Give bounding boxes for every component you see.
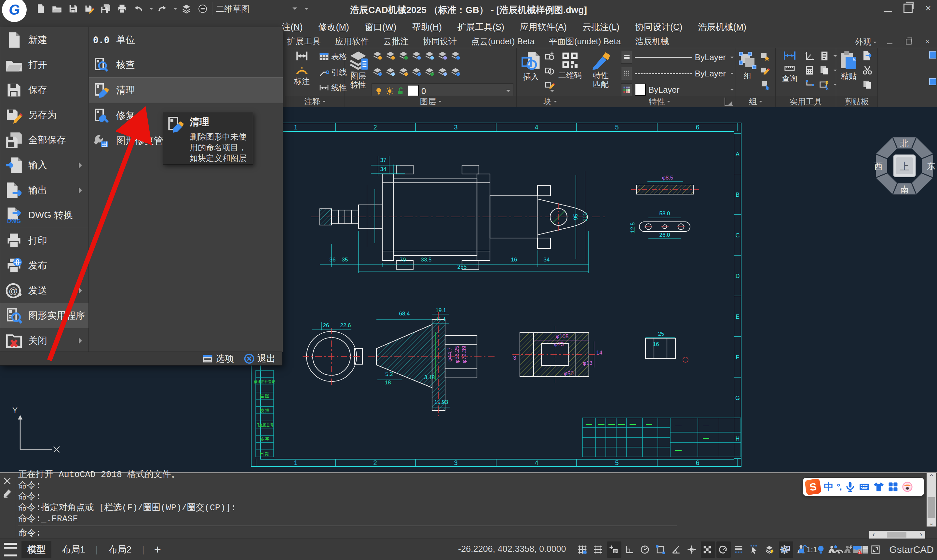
panel-caption-layers[interactable]: 图层 bbox=[345, 95, 516, 107]
linetype-select[interactable]: ByLayer bbox=[621, 66, 734, 81]
ribbon-tab--[interactable]: 扩展工具 bbox=[280, 36, 328, 47]
group-select-button[interactable] bbox=[760, 77, 771, 92]
match-properties-button[interactable]: 特性 匹配 bbox=[585, 49, 616, 88]
layer-tool-icon[interactable] bbox=[398, 66, 409, 80]
menu-5[interactable]: 扩展工具(S) bbox=[450, 21, 512, 33]
new-layout-button[interactable]: + bbox=[149, 543, 166, 557]
menu-2[interactable]: 修改(M) bbox=[311, 21, 357, 33]
status-toggle-grid-display[interactable] bbox=[592, 542, 606, 558]
pin-icon[interactable] bbox=[929, 78, 936, 85]
scrollbar-thumb[interactable] bbox=[928, 497, 935, 518]
submenu-item-audit[interactable]: 核查 bbox=[89, 52, 283, 77]
file-menu-item-import[interactable]: 输入 bbox=[0, 152, 88, 178]
menu-9[interactable]: 浩辰机械(M) bbox=[690, 21, 755, 33]
copy-button[interactable] bbox=[862, 77, 872, 92]
layer-tool-icon[interactable] bbox=[371, 49, 383, 64]
skin-icon[interactable] bbox=[873, 481, 884, 492]
vertical-scrollbar[interactable]: ⌃ ⌄ bbox=[926, 473, 936, 526]
menu-7[interactable]: 云批注(L) bbox=[575, 21, 627, 33]
file-menu-item-close[interactable]: 关闭 bbox=[0, 328, 88, 353]
axes-button[interactable] bbox=[804, 49, 815, 63]
ribbon-tab--[interactable]: 浩辰机械 bbox=[628, 36, 676, 47]
file-menu-item-new[interactable]: 新建 bbox=[0, 27, 88, 52]
file-menu-item-export[interactable]: 输出 bbox=[0, 178, 88, 203]
qat-redo-dropdown[interactable] bbox=[174, 8, 177, 11]
calculator-button[interactable] bbox=[804, 63, 815, 77]
options-button[interactable]: 选项 bbox=[202, 352, 234, 365]
panel-caption-group[interactable]: 组 bbox=[736, 95, 775, 107]
tab-model[interactable]: 模型 bbox=[22, 541, 51, 558]
qat-undo-dropdown[interactable] bbox=[149, 8, 153, 11]
panel-caption-block[interactable]: 块 bbox=[517, 95, 583, 107]
status-toggle-selection-cycling[interactable] bbox=[747, 542, 762, 558]
panel-caption-annotate[interactable]: 注释 bbox=[285, 95, 345, 107]
copy-nested-button[interactable] bbox=[819, 63, 837, 77]
layer-tool-icon[interactable] bbox=[450, 66, 461, 80]
status-toggle-object-snap[interactable] bbox=[654, 542, 668, 558]
ribbon-tab--[interactable]: 云批注 bbox=[376, 36, 416, 47]
panel-caption-utilities[interactable]: 实用工具 bbox=[776, 95, 836, 107]
submenu-item-purge[interactable]: 清理 bbox=[89, 77, 283, 103]
close-command-icon[interactable] bbox=[3, 477, 12, 486]
layer-properties-button[interactable]: 图层 特性 bbox=[345, 49, 371, 89]
quick-select-button[interactable] bbox=[819, 77, 837, 92]
qat-print-button[interactable] bbox=[115, 2, 129, 15]
ime-punctuation-toggle[interactable]: °, bbox=[837, 482, 841, 492]
workspace-select[interactable]: 二维草图 bbox=[212, 2, 300, 15]
status-toggle-dynamic-input[interactable] bbox=[607, 542, 621, 558]
group-edit-button[interactable] bbox=[760, 63, 771, 77]
layer-tool-icon[interactable] bbox=[385, 49, 396, 64]
mascot-icon[interactable] bbox=[902, 481, 913, 492]
appearance-menu[interactable]: 外观 bbox=[855, 37, 877, 47]
status-settings-button[interactable] bbox=[778, 542, 791, 558]
layer-tool-icon[interactable] bbox=[371, 66, 383, 80]
status-unlock-ui-button[interactable] bbox=[796, 542, 809, 558]
ribbon-tab--undet-Beta[interactable]: 平面图(undet) Beta bbox=[542, 36, 628, 47]
qat-open-button[interactable] bbox=[50, 2, 64, 15]
qat-undo-button[interactable] bbox=[131, 2, 145, 15]
list-button[interactable] bbox=[819, 49, 837, 63]
layer-tool-icon[interactable] bbox=[398, 49, 409, 64]
pin-icon[interactable] bbox=[929, 51, 936, 58]
status-toggle-snap-mode[interactable] bbox=[576, 542, 590, 558]
qat-save-button[interactable] bbox=[66, 2, 80, 15]
exit-button[interactable]: 退出 bbox=[243, 352, 276, 365]
doc-close-button[interactable]: × bbox=[924, 38, 931, 45]
tab-layout2[interactable]: 布局2 bbox=[102, 541, 138, 558]
layer-tool-icon[interactable] bbox=[411, 66, 422, 80]
status-hardware-light-button[interactable] bbox=[814, 542, 828, 558]
submenu-item-units[interactable]: 0.0单位 bbox=[89, 27, 283, 52]
status-toggle-layer-fade[interactable] bbox=[763, 542, 778, 558]
layer-tool-icon[interactable] bbox=[437, 66, 448, 80]
command-input[interactable]: 命令: bbox=[18, 526, 677, 538]
color-select[interactable]: ByLayer bbox=[621, 82, 734, 98]
status-menu-icon[interactable] bbox=[4, 543, 17, 557]
menu-8[interactable]: 协同设计(C) bbox=[627, 21, 690, 33]
status-toggle-angle-snap[interactable] bbox=[670, 542, 684, 558]
doc-restore-button[interactable] bbox=[906, 39, 911, 44]
qat-save-all-button[interactable] bbox=[99, 2, 113, 15]
status-isolate-objects-button[interactable] bbox=[851, 542, 864, 558]
id-point-button[interactable] bbox=[804, 77, 815, 92]
status-toggle-ucs-dynamic[interactable] bbox=[717, 542, 731, 558]
file-menu-item-dwg-convert[interactable]: DWGDWG 转换 bbox=[0, 203, 88, 228]
measure-button[interactable]: 查询 bbox=[777, 49, 802, 83]
keyboard-icon[interactable] bbox=[859, 481, 870, 492]
layer-combo-arrow[interactable] bbox=[506, 90, 510, 94]
menu-3[interactable]: 窗口(W) bbox=[357, 21, 404, 33]
status-toggle-lineweight-display[interactable] bbox=[732, 542, 746, 558]
minimize-button[interactable] bbox=[884, 4, 892, 12]
edit-command-icon[interactable] bbox=[3, 489, 12, 498]
status-toggle-object-snap-tracking[interactable] bbox=[685, 542, 700, 558]
qat-ui-mode-button[interactable] bbox=[196, 2, 210, 15]
ribbon-tab--undet-Beta[interactable]: 点云(undet) Beta bbox=[464, 36, 542, 47]
layer-tool-icon[interactable] bbox=[424, 66, 435, 80]
panel-caption-clipboard[interactable]: 剪贴板 bbox=[836, 95, 877, 107]
status-toggle-polar-tracking[interactable] bbox=[638, 542, 653, 558]
menu-6[interactable]: 应用软件(A) bbox=[512, 21, 575, 33]
menu-4[interactable]: 帮助(H) bbox=[404, 21, 450, 33]
ribbon-tab--[interactable]: 协同设计 bbox=[416, 36, 464, 47]
panel-caption-properties[interactable]: 特性 bbox=[583, 95, 736, 107]
qat-workspace-stack-button[interactable] bbox=[180, 2, 193, 15]
block-edit-button[interactable] bbox=[545, 63, 555, 77]
